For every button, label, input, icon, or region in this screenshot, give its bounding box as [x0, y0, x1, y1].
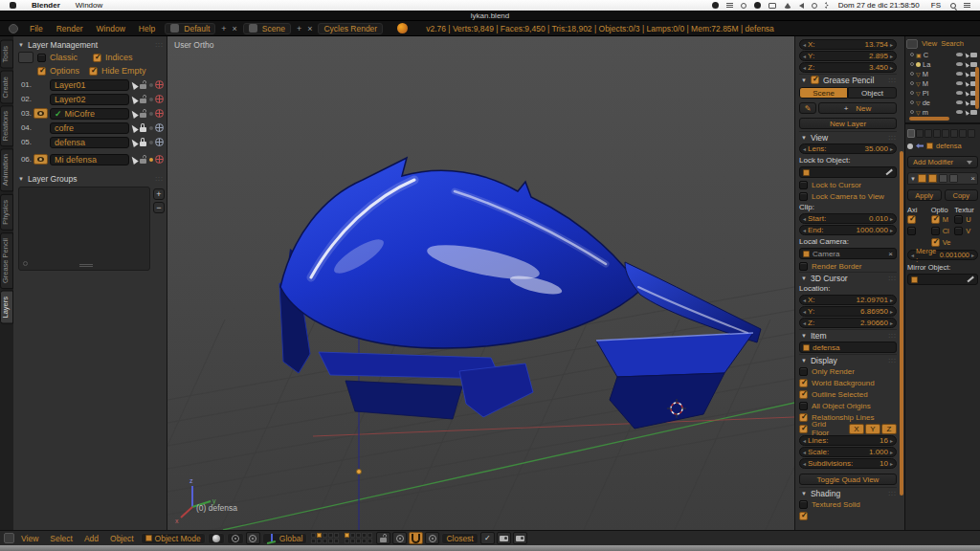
- mode-dropdown[interactable]: Object Mode: [141, 533, 206, 544]
- layer-cell[interactable]: [362, 539, 367, 543]
- vertex-groups-checkbox[interactable]: [931, 238, 940, 247]
- mirror-axis-x-checkbox[interactable]: [907, 215, 916, 224]
- help-menu[interactable]: Help: [132, 24, 162, 33]
- grid-axis-y-button[interactable]: Y: [865, 424, 880, 434]
- orientation-dropdown[interactable]: Global: [262, 533, 308, 544]
- eye-icon[interactable]: [956, 53, 963, 56]
- globe-icon[interactable]: [155, 123, 164, 132]
- view-menu[interactable]: View: [16, 534, 43, 543]
- outliner-row[interactable]: ▣C: [906, 50, 979, 59]
- viewport-editor-icon[interactable]: [4, 533, 14, 543]
- wifi-icon[interactable]: [784, 3, 791, 9]
- notification-center-icon[interactable]: [964, 3, 970, 8]
- shading-dropdown[interactable]: [208, 533, 225, 544]
- layer-cell[interactable]: [328, 539, 333, 543]
- dot-icon[interactable]: [149, 126, 153, 130]
- outliner-row[interactable]: ▽M: [906, 78, 979, 88]
- layer-cell[interactable]: [311, 539, 316, 543]
- status-app-icon[interactable]: [726, 3, 733, 8]
- restrict-render-icon[interactable]: [155, 109, 164, 118]
- render-icon[interactable]: [970, 53, 977, 57]
- restrict-render-icon[interactable]: [155, 155, 164, 164]
- eye-icon[interactable]: [956, 62, 963, 66]
- lock-camera-checkbox[interactable]: [799, 192, 808, 201]
- screen-layout-close-icon[interactable]: ×: [230, 24, 240, 33]
- layer-name-field[interactable]: ✓MiCofre: [50, 108, 129, 120]
- lock-icon[interactable]: [139, 137, 147, 147]
- render-icon[interactable]: [970, 110, 977, 115]
- cursor-icon[interactable]: [129, 123, 139, 133]
- textured-solid-checkbox[interactable]: [799, 500, 808, 509]
- snap-element-button[interactable]: [425, 532, 439, 544]
- eyedropper-icon[interactable]: [885, 169, 892, 175]
- grid-scale-slider[interactable]: ◂Scale:1.000▸: [799, 447, 897, 457]
- layer-cell[interactable]: [334, 539, 339, 543]
- cursor-icon[interactable]: [129, 155, 139, 165]
- eye-icon[interactable]: [956, 91, 963, 95]
- tab-create[interactable]: Create: [0, 71, 13, 104]
- tab-object-icon[interactable]: [933, 129, 941, 138]
- render-check-button[interactable]: ✓: [480, 532, 495, 544]
- tab-render-icon[interactable]: [907, 129, 915, 138]
- viewport-canvas[interactable]: z y x: [167, 36, 794, 530]
- grid-axis-z-button[interactable]: Z: [881, 424, 897, 434]
- tab-layers[interactable]: Layers: [0, 291, 13, 324]
- layer-buttons-group1[interactable]: [311, 533, 339, 543]
- indices-checkbox[interactable]: [93, 54, 101, 62]
- hide-empty-checkbox[interactable]: [89, 67, 98, 76]
- copy-button[interactable]: Copy: [945, 189, 979, 201]
- render-menu[interactable]: Render: [50, 24, 90, 33]
- mirror-axis-y-checkbox[interactable]: [907, 227, 916, 235]
- proportional-edit-button[interactable]: [392, 532, 407, 544]
- window-menu-blender[interactable]: Window: [90, 24, 132, 33]
- dot-icon[interactable]: [149, 112, 153, 116]
- model-defensa[interactable]: [279, 158, 761, 429]
- options-checkbox[interactable]: [37, 67, 46, 76]
- gp-scene-tab[interactable]: Scene: [799, 87, 848, 99]
- layer-buttons-group2[interactable]: [345, 533, 372, 543]
- eye-visible-button[interactable]: [33, 108, 48, 119]
- cursor-panel-header[interactable]: ▼3D Cursor:::: [799, 272, 897, 283]
- viewport-3d[interactable]: z y x User Ortho (0) defensa: [167, 36, 794, 530]
- cursor-icon[interactable]: [129, 95, 139, 104]
- render-icon[interactable]: [970, 62, 977, 67]
- relationship-lines-checkbox[interactable]: [799, 413, 808, 422]
- outliner-row[interactable]: La: [906, 59, 979, 69]
- tab-scene-icon[interactable]: [916, 129, 924, 138]
- layer-cell[interactable]: [350, 533, 355, 538]
- layer-cell[interactable]: [356, 533, 361, 538]
- modifier-view-toggle[interactable]: [928, 174, 937, 183]
- eye-icon[interactable]: [956, 110, 963, 114]
- dot-icon[interactable]: [149, 83, 153, 87]
- lock-icon[interactable]: [139, 122, 147, 133]
- gp-new-button[interactable]: +New: [818, 102, 897, 114]
- mirror-object-field[interactable]: [907, 274, 978, 285]
- layer-group-add-button[interactable]: +: [153, 188, 165, 200]
- render-border-checkbox[interactable]: [799, 262, 808, 271]
- layer-cell-active[interactable]: [317, 533, 322, 538]
- pivot-dropdown[interactable]: [227, 533, 244, 544]
- tab-grease-pencil[interactable]: Grease Pencil: [0, 232, 13, 289]
- cursor-icon[interactable]: [964, 80, 969, 86]
- layer-name-field[interactable]: Mi defensa: [50, 154, 129, 165]
- bluetooth-icon[interactable]: [825, 2, 829, 9]
- classic-checkbox[interactable]: [37, 54, 46, 62]
- layer-groups-header[interactable]: ▼Layer Groups:::: [16, 172, 164, 185]
- window-menu[interactable]: Window: [68, 1, 110, 10]
- item-name-field[interactable]: defensa: [799, 342, 897, 353]
- toggle-quad-view-button[interactable]: Toggle Quad View: [799, 474, 897, 485]
- layer-cell[interactable]: [323, 539, 327, 543]
- restrict-render-icon[interactable]: [155, 95, 164, 103]
- input-source[interactable]: FS: [931, 1, 941, 10]
- eye-icon[interactable]: [956, 100, 963, 104]
- tab-physics[interactable]: Physics: [0, 194, 13, 231]
- file-menu[interactable]: File: [23, 24, 50, 33]
- add-menu[interactable]: Add: [79, 534, 103, 543]
- dot-icon[interactable]: [149, 98, 153, 101]
- cursor-icon[interactable]: [964, 90, 969, 96]
- layer-cell[interactable]: [328, 533, 333, 538]
- render-engine-selector[interactable]: Cycles Render: [318, 23, 383, 34]
- grid-subdivisions-slider[interactable]: ◂Subdivisions:10▸: [799, 458, 897, 469]
- tab-tools[interactable]: Tools: [0, 40, 13, 69]
- cursor-y-slider[interactable]: ◂Y:6.86950▸: [799, 306, 897, 317]
